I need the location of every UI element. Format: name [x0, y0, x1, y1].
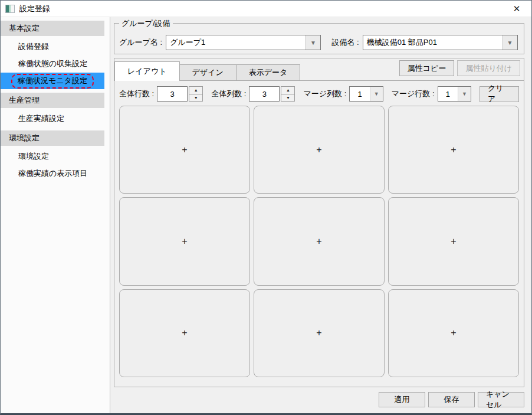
- sidebar: 基本設定 設備登録 稼働状態の収集設定 稼働状況モニタ設定 生産管理 生産実績設…: [1, 17, 110, 413]
- group-name-label: グループ名 :: [119, 37, 162, 48]
- merge-rows-label: マージ行数 :: [392, 89, 435, 99]
- save-button[interactable]: 保存: [428, 392, 475, 407]
- chevron-down-icon[interactable]: ▼: [502, 35, 517, 50]
- tab-display-data[interactable]: 表示データ: [236, 64, 301, 80]
- sidebar-item-production-results[interactable]: 生産実績設定: [1, 110, 104, 127]
- layout-controls-row: 全体行数 : 3 ▲ ▼ 全体列数 : 3 ▲ ▼: [114, 81, 524, 102]
- footer-buttons: 適用 保存 キャンセル: [114, 387, 524, 407]
- grid-cell-r1c2[interactable]: +: [254, 106, 385, 194]
- total-cols-spin-buttons: ▲ ▼: [281, 86, 295, 102]
- total-cols-label: 全体列数 :: [211, 89, 246, 99]
- equipment-name-value: 機械設備01 部品P01: [363, 35, 502, 50]
- grid-cell-r3c2[interactable]: +: [254, 289, 385, 377]
- chevron-down-icon[interactable]: ▼: [458, 87, 471, 101]
- sidebar-item-operation-results-display[interactable]: 稼働実績の表示項目: [1, 165, 104, 182]
- grid-cell-r3c3[interactable]: +: [388, 289, 519, 377]
- sidebar-section-basic-settings: 基本設定: [1, 21, 104, 36]
- sidebar-item-label: 稼働状態の収集設定: [18, 58, 87, 69]
- total-rows-spin-buttons: ▲ ▼: [189, 86, 203, 102]
- group-name-combobox[interactable]: グループ1 ▼: [166, 35, 321, 50]
- main-panel: グループ/設備 グループ名 : グループ1 ▼ 設備名 : 機械設備01 部品P…: [110, 17, 531, 413]
- sidebar-item-label: 稼働実績の表示項目: [18, 168, 87, 179]
- equipment-name-combobox[interactable]: 機械設備01 部品P01 ▼: [363, 35, 518, 50]
- spin-down-icon[interactable]: ▼: [281, 94, 294, 102]
- sidebar-item-operation-status-monitor[interactable]: 稼働状況モニタ設定: [1, 73, 104, 89]
- sidebar-item-operation-state-collection[interactable]: 稼働状態の収集設定: [1, 55, 104, 72]
- app-icon: [5, 5, 15, 13]
- chevron-down-icon[interactable]: ▼: [305, 35, 320, 50]
- total-cols-value[interactable]: 3: [249, 86, 280, 102]
- sidebar-item-label: 生産実績設定: [18, 113, 64, 124]
- total-rows-label: 全体行数 :: [119, 89, 154, 99]
- add-icon: +: [182, 145, 187, 155]
- add-icon: +: [182, 328, 187, 338]
- spin-up-icon[interactable]: ▲: [281, 87, 294, 94]
- chevron-down-icon[interactable]: ▼: [370, 87, 383, 101]
- groupbox-legend: グループ/設備: [119, 18, 173, 29]
- merge-rows-dropdown[interactable]: 1 ▼: [438, 86, 471, 102]
- grid-cell-r2c2[interactable]: +: [254, 197, 385, 285]
- grid-cell-r1c3[interactable]: +: [388, 106, 519, 194]
- add-icon: +: [316, 236, 321, 247]
- layout-cell-grid: + + + + + + + + +: [114, 102, 524, 387]
- merge-rows-value: 1: [438, 87, 458, 101]
- grid-cell-r2c3[interactable]: +: [388, 197, 519, 285]
- settings-dialog: 設定登録 ✕ 基本設定 設備登録 稼働状態の収集設定 稼働状況モニタ設定 生産管…: [0, 0, 532, 415]
- sidebar-item-label: 環境設定: [18, 151, 49, 162]
- add-icon: +: [451, 328, 456, 338]
- grid-cell-r3c1[interactable]: +: [119, 289, 250, 377]
- tab-design[interactable]: デザイン: [179, 64, 237, 80]
- tab-layout[interactable]: レイアウト: [114, 61, 180, 81]
- merge-cols-dropdown[interactable]: 1 ▼: [349, 86, 383, 102]
- sidebar-section-environment-settings: 環境設定: [1, 130, 104, 146]
- attribute-copy-button[interactable]: 属性コピー: [399, 60, 455, 76]
- group-equipment-box: グループ/設備 グループ名 : グループ1 ▼ 設備名 : 機械設備01 部品P…: [114, 23, 524, 54]
- add-icon: +: [316, 328, 321, 338]
- titlebar: 設定登録 ✕: [1, 1, 531, 17]
- tabstrip: レイアウト デザイン 表示データ 属性コピー 属性貼り付け: [114, 58, 524, 81]
- grid-cell-r2c1[interactable]: +: [119, 197, 250, 285]
- add-icon: +: [316, 145, 321, 155]
- monitor-settings-tabbox: レイアウト デザイン 表示データ 属性コピー 属性貼り付け 全体行数 : 3 ▲: [114, 58, 524, 387]
- close-icon[interactable]: ✕: [508, 2, 526, 16]
- attribute-buttons: 属性コピー 属性貼り付け: [399, 60, 520, 76]
- focus-ring: 稼働状況モニタ設定: [11, 74, 94, 89]
- equipment-name-label: 設備名 :: [331, 37, 359, 48]
- sidebar-section-production-management: 生産管理: [1, 93, 104, 108]
- total-rows-value[interactable]: 3: [157, 86, 188, 102]
- add-icon: +: [451, 236, 456, 247]
- add-icon: +: [451, 145, 456, 155]
- total-rows-spinner: 3 ▲ ▼: [157, 86, 203, 102]
- total-cols-spinner: 3 ▲ ▼: [249, 86, 295, 102]
- grid-cell-r1c1[interactable]: +: [119, 106, 250, 194]
- clear-button[interactable]: クリア: [480, 86, 519, 102]
- sidebar-item-equipment-registration[interactable]: 設備登録: [1, 38, 104, 55]
- attribute-paste-button: 属性貼り付け: [457, 60, 520, 76]
- sidebar-item-label: 設備登録: [18, 41, 49, 52]
- group-name-value: グループ1: [166, 35, 305, 50]
- cancel-button[interactable]: キャンセル: [478, 392, 524, 407]
- merge-cols-value: 1: [350, 87, 369, 101]
- spin-down-icon[interactable]: ▼: [189, 94, 202, 102]
- dialog-body: 基本設定 設備登録 稼働状態の収集設定 稼働状況モニタ設定 生産管理 生産実績設…: [1, 17, 531, 413]
- add-icon: +: [182, 236, 187, 247]
- spin-up-icon[interactable]: ▲: [189, 87, 202, 94]
- sidebar-item-environment-settings[interactable]: 環境設定: [1, 148, 104, 165]
- merge-cols-label: マージ列数 :: [303, 89, 346, 99]
- window-title: 設定登録: [19, 4, 50, 14]
- apply-button[interactable]: 適用: [379, 392, 425, 407]
